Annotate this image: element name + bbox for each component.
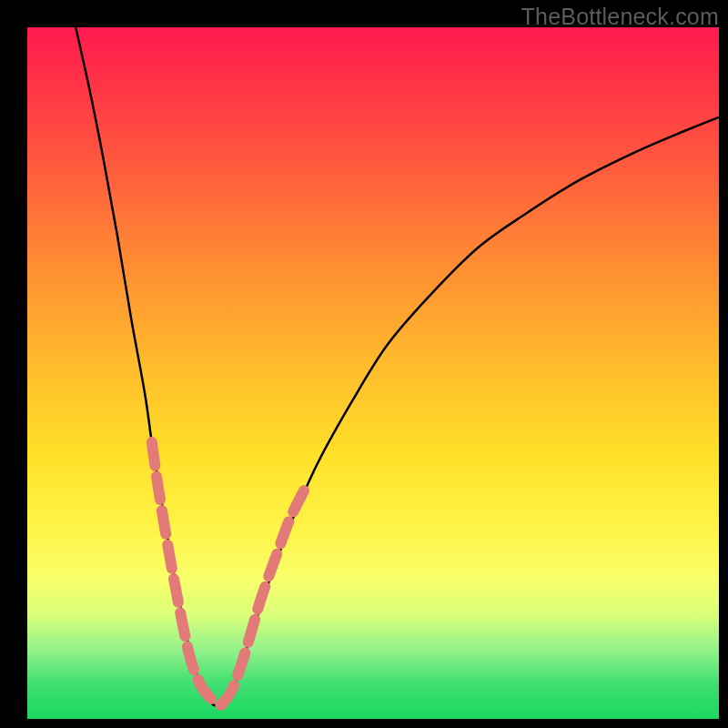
salmon-thick-overlay-left: [152, 442, 221, 705]
bottleneck-curve-left: [76, 27, 221, 705]
bottleneck-curve-right: [221, 117, 719, 705]
chart-frame: TheBottleneck.com: [0, 0, 728, 728]
curve-layer: [0, 0, 728, 728]
salmon-thick-overlay-right: [221, 490, 304, 705]
